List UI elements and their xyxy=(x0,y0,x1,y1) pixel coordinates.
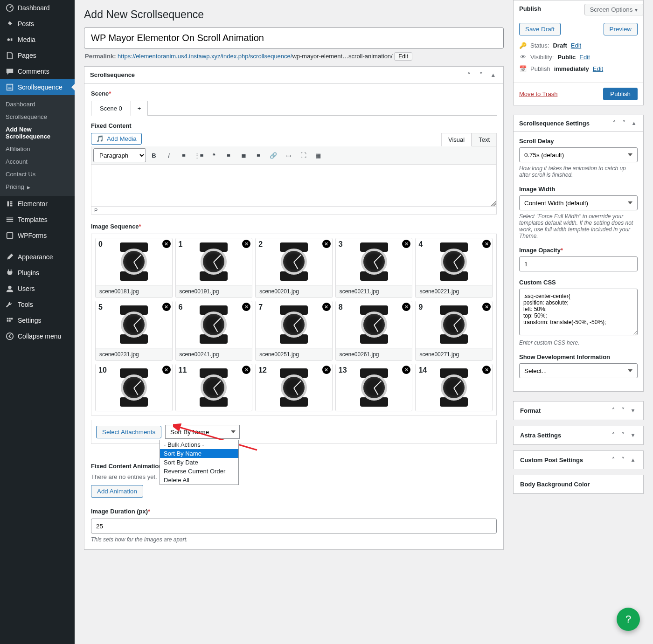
sidebar-item-dashboard[interactable]: Dashboard xyxy=(0,0,75,16)
edit-visibility-link[interactable]: Edit xyxy=(579,54,590,61)
remove-image-icon[interactable]: ✕ xyxy=(322,303,331,311)
add-animation-button[interactable]: Add Animation xyxy=(91,485,143,498)
remove-image-icon[interactable]: ✕ xyxy=(482,303,491,311)
sub-affiliation[interactable]: Affiliation xyxy=(0,143,75,155)
collapse-icon[interactable]: ▾ xyxy=(629,432,637,439)
add-scene-button[interactable]: + xyxy=(131,101,148,116)
image-item[interactable]: 14 ✕ xyxy=(415,364,493,411)
sort-select[interactable]: Sort By Name xyxy=(165,425,240,439)
image-item[interactable]: 8 ✕ scene00261.jpg xyxy=(335,301,413,361)
image-item[interactable]: 0 ✕ scene00181.jpg xyxy=(95,238,173,298)
sub-dashboard[interactable]: Dashboard xyxy=(0,98,75,111)
custom-post-panel[interactable]: Custom Post Settings˄˅▴ xyxy=(513,450,644,469)
sort-option[interactable]: - Bulk Actions - xyxy=(160,440,238,449)
align-left-button[interactable]: ≡ xyxy=(222,148,236,162)
image-item[interactable]: 3 ✕ scene00211.jpg xyxy=(335,238,413,298)
sub-pricing[interactable]: Pricing xyxy=(0,180,75,193)
toolbar-toggle-button[interactable]: ▦ xyxy=(311,148,325,162)
chevron-down-icon[interactable]: ˅ xyxy=(619,432,627,439)
preview-button[interactable]: Preview xyxy=(604,23,638,35)
sub-add-new[interactable]: Add New Scrollsequence xyxy=(0,123,75,143)
sidebar-item-collapse[interactable]: Collapse menu xyxy=(0,328,75,344)
image-width-select[interactable]: Content Width (default) xyxy=(519,195,638,210)
remove-image-icon[interactable]: ✕ xyxy=(162,240,171,248)
image-item[interactable]: 1 ✕ scene00191.jpg xyxy=(175,238,253,298)
chevron-up-icon[interactable]: ˄ xyxy=(610,432,617,439)
astra-panel[interactable]: Astra Settings˄˅▾ xyxy=(513,426,644,445)
image-item[interactable]: 2 ✕ scene00201.jpg xyxy=(255,238,333,298)
sidebar-item-settings[interactable]: Settings xyxy=(0,312,75,328)
image-item[interactable]: 13 ✕ xyxy=(335,364,413,411)
bold-button[interactable]: B xyxy=(147,148,161,162)
remove-image-icon[interactable]: ✕ xyxy=(482,240,491,248)
image-item[interactable]: 4 ✕ scene00221.jpg xyxy=(415,238,493,298)
trash-link[interactable]: Move to Trash xyxy=(519,90,557,97)
sidebar-item-posts[interactable]: Posts xyxy=(0,16,75,32)
sidebar-item-templates[interactable]: Templates xyxy=(0,212,75,228)
align-right-button[interactable]: ≡ xyxy=(251,148,265,162)
opacity-input[interactable] xyxy=(519,256,638,271)
image-item[interactable]: 7 ✕ scene00251.jpg xyxy=(255,301,333,361)
image-duration-input[interactable] xyxy=(91,519,497,533)
sort-option[interactable]: Sort By Name xyxy=(160,449,238,458)
dev-info-select[interactable]: Select... xyxy=(519,363,638,378)
help-fab-button[interactable]: ? xyxy=(617,608,640,631)
sidebar-item-comments[interactable]: Comments xyxy=(0,63,75,79)
collapse-icon[interactable]: ▴ xyxy=(630,120,638,127)
link-button[interactable]: 🔗 xyxy=(266,148,280,162)
sidebar-item-users[interactable]: Users xyxy=(0,281,75,297)
edit-publish-link[interactable]: Edit xyxy=(593,65,603,72)
permalink-edit-button[interactable]: Edit xyxy=(394,52,412,61)
text-tab[interactable]: Text xyxy=(472,133,497,146)
sidebar-item-media[interactable]: Media xyxy=(0,32,75,48)
chevron-up-icon[interactable]: ˄ xyxy=(611,120,618,127)
italic-button[interactable]: I xyxy=(162,148,176,162)
chevron-down-icon[interactable]: ˅ xyxy=(476,71,486,78)
image-item[interactable]: 11 ✕ xyxy=(175,364,253,411)
image-item[interactable]: 10 ✕ xyxy=(95,364,173,411)
sort-option[interactable]: Reverse Current Order xyxy=(160,467,238,476)
remove-image-icon[interactable]: ✕ xyxy=(322,366,331,374)
sort-option[interactable]: Sort By Date xyxy=(160,458,238,467)
sidebar-item-scrollsequence[interactable]: Scrollsequence xyxy=(0,79,75,95)
readmore-button[interactable]: ▭ xyxy=(281,148,295,162)
image-item[interactable]: 5 ✕ scene00231.jpg xyxy=(95,301,173,361)
sidebar-item-wpforms[interactable]: WPForms xyxy=(0,228,75,243)
image-item[interactable]: 12 ✕ xyxy=(255,364,333,411)
add-media-button[interactable]: 🎵Add Media xyxy=(91,133,142,145)
sidebar-item-tools[interactable]: Tools xyxy=(0,297,75,312)
scroll-delay-select[interactable]: 0.75s (default) xyxy=(519,147,638,162)
save-draft-button[interactable]: Save Draft xyxy=(519,23,561,35)
sub-scrollsequence[interactable]: Scrollsequence xyxy=(0,111,75,123)
collapse-icon[interactable]: ▴ xyxy=(629,457,637,464)
image-item[interactable]: 9 ✕ scene00271.jpg xyxy=(415,301,493,361)
publish-button[interactable]: Publish xyxy=(603,88,638,100)
chevron-up-icon[interactable]: ˄ xyxy=(464,71,473,78)
select-attachments-button[interactable]: Select Attachments xyxy=(96,426,161,438)
remove-image-icon[interactable]: ✕ xyxy=(322,240,331,248)
remove-image-icon[interactable]: ✕ xyxy=(162,366,171,374)
remove-image-icon[interactable]: ✕ xyxy=(482,366,491,374)
css-textarea[interactable] xyxy=(519,289,638,335)
sidebar-item-elementor[interactable]: Elementor xyxy=(0,196,75,212)
sidebar-item-appearance[interactable]: Appearance xyxy=(0,249,75,265)
visual-tab[interactable]: Visual xyxy=(441,133,472,146)
fullscreen-button[interactable]: ⛶ xyxy=(296,148,310,162)
sidebar-item-pages[interactable]: Pages xyxy=(0,48,75,63)
collapse-icon[interactable]: ▾ xyxy=(629,407,637,414)
edit-status-link[interactable]: Edit xyxy=(571,42,581,49)
sub-contact[interactable]: Contact Us xyxy=(0,168,75,180)
ul-button[interactable]: ≡ xyxy=(177,148,191,162)
align-center-button[interactable]: ≣ xyxy=(236,148,250,162)
post-title-input[interactable] xyxy=(84,28,504,48)
screen-options-button[interactable]: Screen Options xyxy=(584,4,644,15)
chevron-down-icon[interactable]: ˅ xyxy=(619,407,627,414)
chevron-down-icon[interactable]: ˅ xyxy=(619,457,627,464)
chevron-up-icon[interactable]: ˄ xyxy=(610,407,617,414)
chevron-down-icon[interactable]: ˅ xyxy=(620,120,628,127)
image-item[interactable]: 6 ✕ scene00241.jpg xyxy=(175,301,253,361)
content-editor[interactable] xyxy=(91,165,497,207)
sidebar-item-plugins[interactable]: Plugins xyxy=(0,265,75,281)
scene-tab-0[interactable]: Scene 0 xyxy=(91,101,131,116)
paragraph-select[interactable]: Paragraph xyxy=(93,148,146,162)
